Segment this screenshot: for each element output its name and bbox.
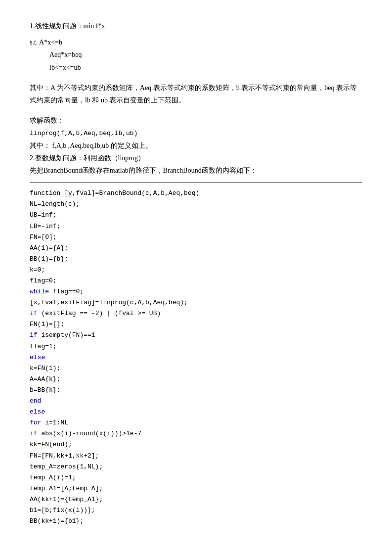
- ip-desc-text: 先把BranchBound函数存在matlab的路径下，BranchBound函…: [30, 167, 257, 174]
- page-content: 1.线性规划问题：min f*x s.t. A*x<=b Aeq*x=beq l…: [30, 20, 362, 532]
- lp-st-line: s.t. A*x<=b: [30, 36, 362, 48]
- code-line-13: if isempty(FN)==1: [30, 330, 362, 341]
- code-line-10: [x,fval,exitFlag]=linprog(c,A,b,Aeq,beq)…: [30, 297, 362, 308]
- ip-desc-line: 先把BranchBound函数存在matlab的路径下，BranchBound函…: [30, 164, 362, 177]
- code-line-7: k=0;: [30, 265, 362, 276]
- code-line-22: if abs(x(i)-round(x(i)))>1e-7: [30, 428, 362, 439]
- solve-desc-text: 其中： f,A,b ,Aeq,beq,lb,ub 的定义如上。: [30, 142, 152, 149]
- code-line-29: b1=[b;fix(x(i))];: [30, 505, 362, 516]
- lp-title-text: 1.线性规划问题：min f*x: [30, 22, 105, 30]
- ip-title-text: 2.整数规划问题：利用函数（linprog）: [30, 154, 145, 162]
- kw-if-2: if: [30, 331, 38, 339]
- code-line-19: end: [30, 396, 362, 407]
- kw-for: for: [30, 419, 41, 426]
- lp-aeq-text: Aeq*x=beq: [49, 51, 82, 58]
- code-line-21: for i=1:NL: [30, 417, 362, 428]
- lp-bounds-text: lb<=x<=ub: [49, 64, 81, 71]
- code-line-28: AA(kk+1)={temp_A1};: [30, 494, 362, 505]
- lp-title-line: 1.线性规划问题：min f*x: [30, 20, 362, 32]
- code-line-5: AA(1)={A};: [30, 243, 362, 254]
- lp-bounds-line: lb<=x<=ub: [49, 61, 362, 74]
- code-line-27: temp_A1=[A;temp_A];: [30, 483, 362, 494]
- kw-while: while: [30, 288, 49, 295]
- code-line-2: UB=inf;: [30, 210, 362, 221]
- kw-if-3: if: [30, 430, 38, 437]
- code-line-0: function [y,fval]=BranchBound(c,A,b,Aeq,…: [30, 188, 362, 199]
- solve-func-text: linprog(f,A,b,Aeq,beq,lb,ub): [30, 130, 137, 137]
- code-line-26: temp_A(i)=1;: [30, 472, 362, 483]
- kw-end-1: end: [30, 397, 41, 405]
- code-line-20: else: [30, 407, 362, 417]
- kw-else-2: else: [30, 408, 45, 416]
- lp-st-text: s.t. A*x<=b: [30, 39, 62, 46]
- kw-else-1: else: [30, 354, 45, 361]
- solve-title-text: 求解函数：: [30, 117, 64, 124]
- code-line-25: temp_A=zeros(1,NL);: [30, 462, 362, 472]
- code-line-15: else: [30, 352, 362, 363]
- code-line-6: BB(1)={b};: [30, 254, 362, 265]
- code-line-18: b=BB{k};: [30, 385, 362, 396]
- code-line-24: FN=[FN,kk+1,kk+2];: [30, 451, 362, 462]
- code-line-12: FN(1)=[];: [30, 319, 362, 330]
- lp-desc-line: 其中：A 为不等式约束的系数矩阵，Aeq 表示等式约束的系数矩阵，b 表示不等式…: [30, 82, 362, 106]
- code-line-1: NL=length(c);: [30, 199, 362, 210]
- code-line-3: LB=-inf;: [30, 221, 362, 232]
- code-line-9: while flag==0;: [30, 286, 362, 297]
- solve-func-line: linprog(f,A,b,Aeq,beq,lb,ub): [30, 127, 362, 139]
- kw-if-1: if: [30, 310, 38, 317]
- code-line-16: k=FN(1);: [30, 363, 362, 374]
- code-line-30: BB(kk+1)={b1};: [30, 516, 362, 527]
- code-line-23: kk=FN(end);: [30, 439, 362, 450]
- code-line-14: flag=1;: [30, 341, 362, 352]
- ip-title-line: 2.整数规划问题：利用函数（linprog）: [30, 152, 362, 164]
- code-line-4: FN=[0];: [30, 232, 362, 243]
- lp-aeq-line: Aeq*x=beq: [49, 48, 362, 61]
- lp-desc-text: 其中：A 为不等式约束的系数矩阵，Aeq 表示等式约束的系数矩阵，b 表示不等式…: [30, 84, 357, 104]
- code-line-17: A=AA{k};: [30, 374, 362, 385]
- code-line-8: flag=0;: [30, 276, 362, 286]
- solve-title-line: 求解函数：: [30, 114, 362, 127]
- code-block: function [y,fval]=BranchBound(c,A,b,Aeq,…: [30, 183, 362, 532]
- code-line-11: if (exitFlag == -2) | (fval >= UB): [30, 308, 362, 319]
- solve-desc-line: 其中： f,A,b ,Aeq,beq,lb,ub 的定义如上。: [30, 139, 362, 152]
